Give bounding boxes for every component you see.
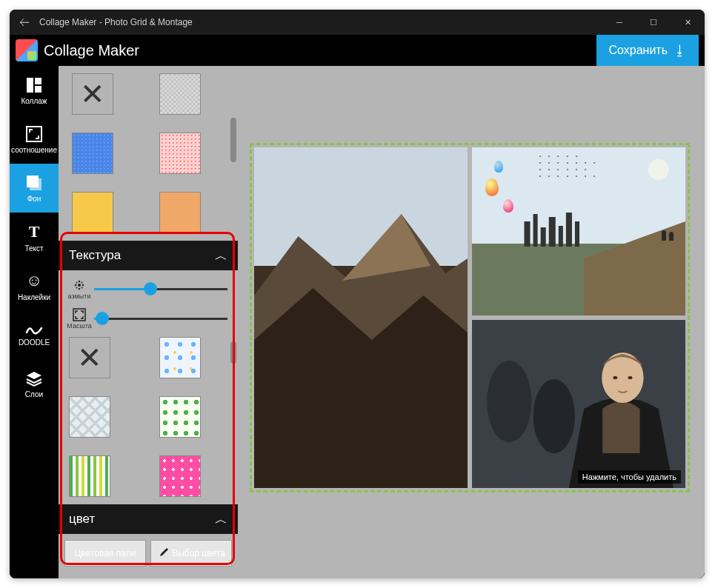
svg-point-36 bbox=[613, 376, 617, 379]
pattern-yellow[interactable] bbox=[72, 192, 113, 233]
color-body: Цветовая пали Выбор цвета bbox=[59, 534, 238, 572]
texture-grid: ✕ bbox=[69, 337, 227, 497]
tool-doodle[interactable]: DOODLE bbox=[10, 310, 59, 359]
svg-rect-25 bbox=[533, 214, 538, 247]
blur-slider-row: азмыти bbox=[69, 278, 227, 300]
save-button[interactable]: Сохранить ⭳ bbox=[596, 35, 699, 66]
tool-layers[interactable]: Слои bbox=[10, 359, 59, 408]
scale-icon: Масшта bbox=[69, 307, 90, 330]
collage-icon bbox=[25, 76, 43, 94]
window-title: Collage Maker - Photo Grid & Montage bbox=[39, 17, 602, 27]
tool-stickers[interactable]: ☺ Наклейки bbox=[10, 261, 59, 310]
color-title: цвет bbox=[69, 512, 95, 527]
color-header[interactable]: цвет ︿ bbox=[59, 504, 238, 534]
texture-none[interactable]: ✕ bbox=[69, 337, 110, 378]
svg-rect-30 bbox=[575, 221, 579, 247]
svg-rect-1 bbox=[35, 78, 41, 84]
svg-point-7 bbox=[75, 284, 77, 287]
workspace: Коллаж соотношение Фон T Текст ☺ Накле bbox=[10, 66, 705, 578]
pattern-scrollbar[interactable] bbox=[230, 66, 236, 241]
scale-label: Масшта bbox=[67, 322, 91, 330]
collage-cell-3[interactable]: Нажмите, чтобы удалить bbox=[472, 320, 685, 488]
window-controls: ─ ☐ ✕ bbox=[602, 10, 705, 35]
svg-point-13 bbox=[76, 287, 78, 289]
color-picker-label: Выбор цвета bbox=[172, 548, 225, 558]
texture-bubbles[interactable] bbox=[159, 337, 201, 378]
texture-header[interactable]: Текстура ︿ bbox=[59, 241, 238, 270]
tool-ratio[interactable]: соотношение bbox=[10, 115, 59, 164]
app-header: Collage Maker Сохранить ⭳ bbox=[10, 35, 705, 66]
scale-slider-row: Масшта bbox=[69, 307, 227, 330]
minimize-button[interactable]: ─ bbox=[602, 10, 636, 35]
tool-background[interactable]: Фон bbox=[10, 164, 59, 213]
svg-rect-28 bbox=[559, 226, 563, 247]
layers-icon bbox=[25, 370, 43, 387]
left-toolbar: Коллаж соотношение Фон T Текст ☺ Накле bbox=[10, 66, 59, 578]
canvas-area[interactable]: ˅ ˅ ˅ ˅ ˅ ˅ ˅ ˅ ˅ ˅ ˅ ˅˅ ˅ ˅ ˅ ˅ ˅ ˅ ˅ ˅… bbox=[238, 66, 705, 578]
delete-hint[interactable]: Нажмите, чтобы удалить bbox=[578, 470, 681, 484]
tool-label: Коллаж bbox=[10, 97, 59, 105]
texture-clover[interactable] bbox=[159, 396, 201, 438]
scale-slider[interactable] bbox=[94, 311, 227, 326]
pattern-pink-dots[interactable] bbox=[159, 133, 201, 174]
background-icon bbox=[25, 174, 43, 192]
blur-icon: азмыти bbox=[69, 278, 90, 300]
tool-label: соотношение bbox=[10, 146, 59, 154]
download-icon: ⭳ bbox=[674, 43, 687, 59]
color-palette-label: Цветовая пали bbox=[74, 548, 136, 558]
pattern-orange[interactable] bbox=[159, 192, 201, 233]
svg-rect-27 bbox=[549, 217, 556, 247]
close-button[interactable]: ✕ bbox=[671, 10, 705, 35]
chevron-up-icon: ︿ bbox=[215, 511, 227, 528]
eyedropper-icon bbox=[157, 547, 169, 559]
app-name: Collage Maker bbox=[44, 42, 596, 59]
svg-rect-2 bbox=[35, 86, 41, 93]
pattern-grid-top: ✕ bbox=[59, 66, 238, 241]
blur-slider[interactable] bbox=[94, 281, 227, 296]
svg-rect-26 bbox=[541, 227, 546, 247]
svg-rect-0 bbox=[27, 78, 33, 93]
svg-rect-29 bbox=[566, 213, 572, 247]
svg-point-37 bbox=[628, 376, 632, 379]
color-picker-button[interactable]: Выбор цвета bbox=[150, 540, 232, 567]
tool-label: Фон bbox=[10, 195, 59, 203]
collage-cell-1[interactable] bbox=[254, 147, 468, 488]
background-panel: ✕ Текстура ︿ bbox=[59, 66, 238, 578]
collage-cell-2[interactable]: ˅ ˅ ˅ ˅ ˅ ˅ ˅ ˅ ˅ ˅ ˅ ˅˅ ˅ ˅ ˅ ˅ ˅ ˅ ˅ ˅… bbox=[472, 147, 685, 315]
color-palette-button[interactable]: Цветовая пали bbox=[64, 540, 146, 567]
pattern-blue[interactable] bbox=[72, 133, 113, 174]
maximize-button[interactable]: ☐ bbox=[636, 10, 671, 35]
svg-point-34 bbox=[533, 379, 575, 453]
texture-pinkdots[interactable] bbox=[159, 455, 201, 497]
app-window: 🡠 Collage Maker - Photo Grid & Montage ─… bbox=[10, 10, 705, 578]
text-icon: T bbox=[29, 222, 40, 241]
back-button[interactable]: 🡠 bbox=[10, 16, 39, 28]
tool-collage[interactable]: Коллаж bbox=[10, 66, 59, 115]
tool-label: Слои bbox=[10, 390, 59, 398]
pattern-grey-dots[interactable] bbox=[159, 73, 201, 115]
svg-point-8 bbox=[82, 284, 84, 287]
svg-point-9 bbox=[79, 281, 81, 283]
svg-point-12 bbox=[82, 282, 83, 284]
chevron-up-icon: ︿ bbox=[215, 247, 227, 264]
tool-label: Текст bbox=[10, 244, 59, 253]
texture-title: Текстура bbox=[69, 248, 121, 263]
texture-stripes[interactable] bbox=[69, 455, 110, 497]
tool-label: DOODLE bbox=[10, 338, 59, 347]
blur-label: азмыти bbox=[68, 293, 91, 300]
svg-rect-24 bbox=[524, 221, 530, 247]
pattern-none[interactable]: ✕ bbox=[72, 73, 113, 115]
svg-point-6 bbox=[78, 284, 81, 287]
svg-point-11 bbox=[76, 282, 78, 284]
texture-chevron[interactable] bbox=[69, 396, 110, 438]
app-logo-icon bbox=[16, 39, 38, 61]
collage-frame[interactable]: ˅ ˅ ˅ ˅ ˅ ˅ ˅ ˅ ˅ ˅ ˅ ˅˅ ˅ ˅ ˅ ˅ ˅ ˅ ˅ ˅… bbox=[254, 147, 685, 488]
svg-point-14 bbox=[82, 287, 83, 289]
tool-text[interactable]: T Текст bbox=[10, 213, 59, 261]
sticker-icon: ☺ bbox=[26, 271, 42, 290]
svg-rect-5 bbox=[27, 176, 39, 187]
color-section: цвет ︿ Цветовая пали Выбор цвета bbox=[59, 504, 238, 572]
svg-point-10 bbox=[79, 288, 81, 290]
texture-body: азмыти Масшта bbox=[59, 270, 238, 504]
texture-scrollbar[interactable] bbox=[230, 270, 236, 504]
